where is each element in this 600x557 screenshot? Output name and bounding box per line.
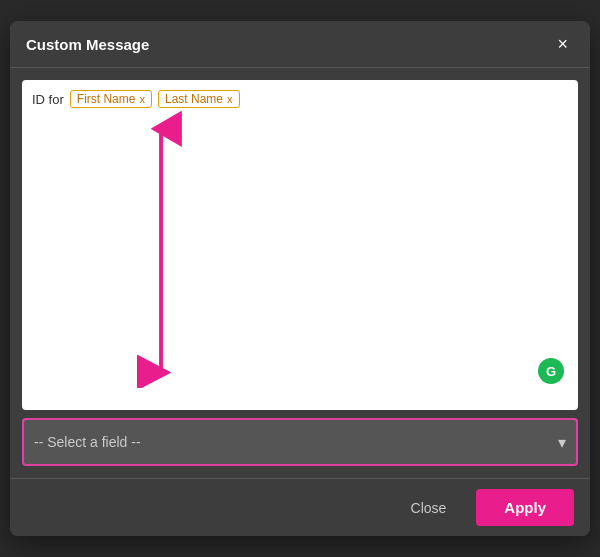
id-for-row: ID for First Name x Last Name x [32,90,568,108]
modal-title: Custom Message [26,36,149,53]
modal-footer: Close Apply [10,478,590,536]
tag-last-name-label: Last Name [165,92,223,106]
chevron-down-icon: ▾ [558,433,566,452]
tag-first-name: First Name x [70,90,152,108]
id-label: ID for [32,92,64,107]
arrow-area: G [32,108,568,388]
tag-first-name-remove[interactable]: x [139,93,145,105]
tag-last-name: Last Name x [158,90,240,108]
close-button[interactable]: Close [391,492,467,524]
field-select-row[interactable]: -- Select a field -- ▾ [22,418,578,466]
close-icon-button[interactable]: × [551,33,574,55]
modal-overlay: Custom Message × ID for First Name x Las… [0,0,600,557]
tag-first-name-label: First Name [77,92,136,106]
tag-last-name-remove[interactable]: x [227,93,233,105]
apply-button[interactable]: Apply [476,489,574,526]
custom-message-modal: Custom Message × ID for First Name x Las… [10,21,590,536]
modal-body: ID for First Name x Last Name x [10,68,590,478]
modal-header: Custom Message × [10,21,590,68]
field-select-dropdown[interactable]: -- Select a field -- [34,434,558,450]
text-area-container[interactable]: ID for First Name x Last Name x [22,80,578,410]
arrow-svg [32,108,568,388]
grammarly-icon: G [538,358,564,384]
